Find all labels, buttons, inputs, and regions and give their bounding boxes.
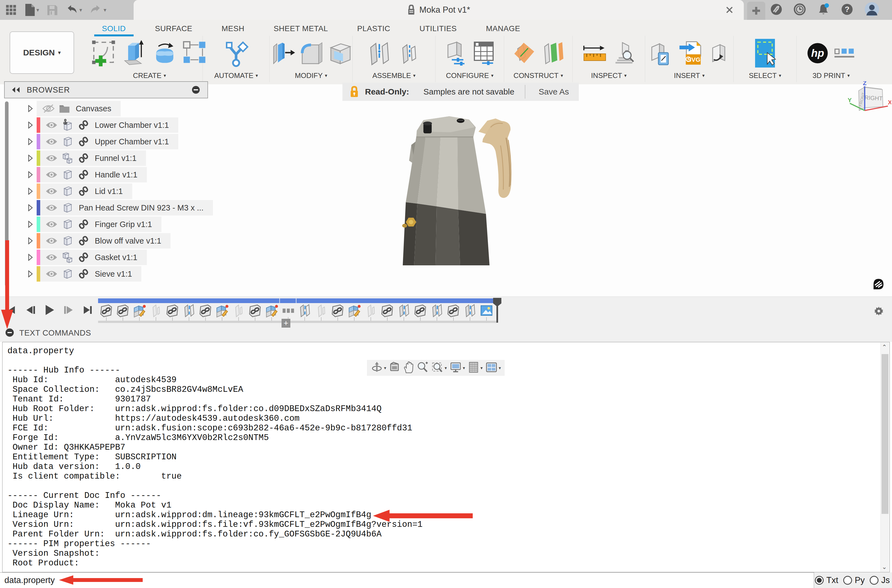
browser-item-gasket-v1-1[interactable]: Gasket v1:1	[4, 250, 213, 265]
timeline-feature-link-icon[interactable]	[116, 303, 130, 318]
extrude-icon[interactable]	[120, 39, 149, 68]
step-forward-button[interactable]	[62, 304, 74, 316]
timeline-feature-component-edit-icon[interactable]	[132, 303, 147, 318]
tab-plastic[interactable]: PLASTIC	[349, 21, 398, 36]
visibility-eye-icon[interactable]	[43, 186, 60, 196]
insert-mesh-icon[interactable]	[706, 39, 732, 68]
timeline-feature-link-icon[interactable]	[198, 303, 213, 318]
mode-py[interactable]: Py	[843, 575, 865, 585]
visibility-off-icon[interactable]	[40, 104, 57, 114]
radio-py[interactable]	[843, 576, 852, 585]
group-label-construct[interactable]: CONSTRUCT▾	[514, 70, 563, 81]
tab-mesh[interactable]: MESH	[214, 21, 252, 36]
visibility-eye-icon[interactable]	[43, 253, 60, 262]
new-tab-button[interactable]	[747, 2, 765, 20]
look-at-icon[interactable]	[389, 362, 400, 374]
timeline-playhead[interactable]	[493, 297, 502, 325]
display-settings-caret[interactable]: ▾	[463, 365, 465, 370]
browser-item-block[interactable]: Gasket v1:1	[37, 250, 147, 265]
disclosure-triangle-icon[interactable]	[24, 138, 37, 145]
visibility-eye-icon[interactable]	[43, 203, 60, 213]
timeline-feature-component-edit-icon[interactable]	[215, 303, 229, 318]
browser-item-blow-off-valve-v1-1[interactable]: Blow off valve v1:1	[4, 233, 213, 249]
browser-item-block[interactable]: Lower Chamber v1:1	[37, 117, 178, 133]
browser-item-block[interactable]: Canvases	[37, 101, 121, 116]
radio-txt-selected[interactable]	[815, 576, 824, 585]
timeline-feature-component-edit-icon[interactable]	[347, 303, 361, 318]
construct-planes-icon[interactable]	[539, 39, 567, 68]
print-utility-icon[interactable]	[832, 39, 857, 68]
browser-item-funnel-v1-1[interactable]: Funnel v1:1	[4, 150, 213, 166]
timeline-group-bar-0[interactable]	[98, 298, 279, 303]
insert-svg-icon[interactable]: SVG	[676, 39, 704, 68]
fillet-icon[interactable]	[297, 39, 325, 68]
browser-item-label[interactable]: Canvases	[76, 104, 111, 113]
disclosure-triangle-icon[interactable]	[24, 122, 37, 129]
visibility-eye-icon[interactable]	[43, 170, 60, 179]
go-to-end-button[interactable]	[81, 304, 93, 316]
sketch-icon[interactable]	[90, 39, 118, 68]
orbit-caret[interactable]: ▾	[384, 365, 386, 370]
timeline-feature-joint-icon[interactable]	[463, 303, 477, 318]
close-icon[interactable]	[724, 5, 735, 15]
play-button[interactable]	[43, 304, 55, 316]
grid-settings-caret[interactable]: ▾	[480, 365, 483, 370]
undo-icon[interactable]: ▾	[65, 4, 82, 16]
scroll-up-icon[interactable]: ⌃	[882, 344, 887, 351]
zoom-window-icon[interactable]	[432, 361, 444, 375]
browser-item-block[interactable]: Handle v1:1	[37, 167, 147, 182]
viewcube[interactable]: RIGHT FRONT Z Y X	[842, 81, 891, 123]
insert-derive-icon[interactable]	[646, 39, 674, 68]
redo-icon[interactable]: ▾	[89, 4, 106, 16]
zoom-icon[interactable]	[417, 361, 429, 375]
disclosure-triangle-icon[interactable]	[24, 204, 37, 212]
visibility-eye-icon[interactable]	[43, 153, 60, 163]
group-label-insert[interactable]: INSERT▾	[674, 70, 705, 81]
group-label-create[interactable]: CREATE▾	[133, 70, 166, 81]
visibility-eye-icon[interactable]	[43, 269, 60, 279]
timeline-group-bar-1[interactable]	[280, 298, 296, 303]
press-pull-icon[interactable]	[268, 39, 295, 68]
help-icon[interactable]: ?	[841, 3, 853, 17]
browser-minimize-icon[interactable]	[192, 86, 200, 94]
timeline-feature-group-icon[interactable]	[281, 303, 295, 318]
tab-solid[interactable]: SOLID	[94, 21, 133, 36]
measure-icon[interactable]	[580, 39, 609, 68]
timeline-feature-joint-ghost-icon[interactable]	[149, 303, 163, 318]
timeline-feature-link-icon[interactable]	[380, 303, 394, 318]
job-status-icon[interactable]	[793, 3, 806, 17]
browser-item-label[interactable]: Sieve v1:1	[95, 270, 132, 279]
assistant-chat-icon[interactable]	[871, 277, 886, 292]
browser-header[interactable]: BROWSER	[4, 81, 208, 98]
configuration-table-icon[interactable]	[471, 39, 498, 68]
browser-item-label[interactable]: Gasket v1:1	[95, 253, 138, 262]
timeline-feature-component-edit-icon[interactable]	[264, 303, 279, 318]
browser-item-lower-chamber-v1-1[interactable]: Lower Chamber v1:1	[4, 117, 213, 133]
file-menu-caret[interactable]: ▾	[36, 7, 39, 13]
mode-js[interactable]: Js	[870, 575, 890, 585]
as-built-joint-icon[interactable]	[396, 39, 422, 68]
viewports-icon[interactable]	[486, 361, 498, 375]
profile-avatar[interactable]	[864, 2, 880, 18]
browser-item-upper-chamber-v1-1[interactable]: Upper Chamber v1:1	[4, 134, 213, 149]
orbit-icon[interactable]	[371, 361, 383, 375]
joint-icon[interactable]	[366, 39, 394, 68]
disclosure-triangle-icon[interactable]	[24, 237, 37, 244]
extensions-icon[interactable]	[770, 3, 783, 17]
revolve-icon[interactable]	[150, 39, 179, 68]
timeline-feature-link-icon[interactable]	[99, 303, 114, 318]
timeline-feature-joint-icon[interactable]	[182, 303, 196, 318]
app-grid-icon[interactable]	[5, 4, 17, 16]
zoom-window-caret[interactable]: ▾	[445, 365, 447, 370]
viewports-caret[interactable]: ▾	[499, 365, 501, 370]
timeline-feature-link-icon[interactable]	[165, 303, 180, 318]
timeline-feature-link-icon[interactable]	[446, 303, 460, 318]
disclosure-triangle-icon[interactable]	[24, 270, 37, 278]
timeline-group-bar-2[interactable]	[297, 298, 494, 303]
timeline-track[interactable]	[98, 321, 497, 323]
browser-item-label[interactable]: Upper Chamber v1:1	[95, 137, 169, 146]
notifications-icon[interactable]	[817, 3, 830, 17]
disclosure-triangle-icon[interactable]	[24, 105, 37, 112]
tab-utilities[interactable]: UTILITIES	[412, 21, 465, 36]
disclosure-triangle-icon[interactable]	[24, 254, 37, 261]
